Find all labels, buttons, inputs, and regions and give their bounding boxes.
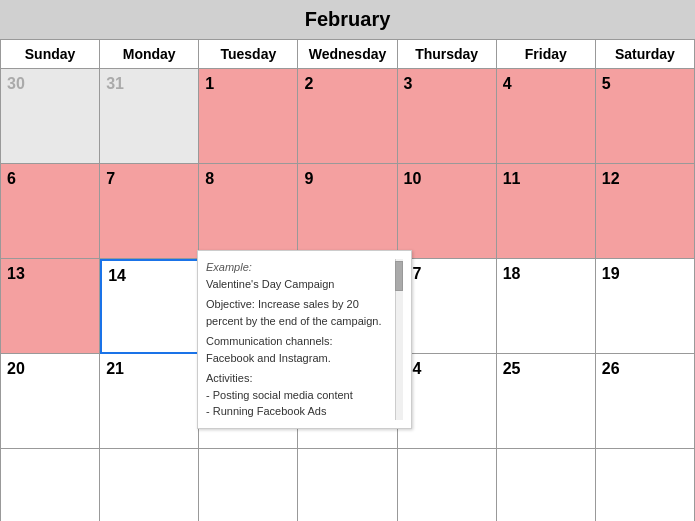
day-cell[interactable] (398, 449, 497, 521)
popup-channels-label: Communication channels: (206, 333, 393, 350)
day-cell[interactable]: 8 (199, 164, 298, 259)
day-number: 26 (602, 360, 620, 377)
day-cell[interactable]: 14 (100, 259, 199, 354)
day-number: 4 (503, 75, 512, 92)
day-cell[interactable] (596, 449, 695, 521)
day-number: 2 (304, 75, 313, 92)
day-cell[interactable]: 12 (596, 164, 695, 259)
day-number: 8 (205, 170, 214, 187)
day-cell[interactable]: 9 (298, 164, 397, 259)
day-number: 11 (503, 170, 521, 187)
popup-activities-label: Activities: (206, 370, 393, 387)
popup-scrollbar[interactable] (395, 259, 403, 420)
day-number: 13 (7, 265, 25, 282)
day-cell[interactable]: 5 (596, 69, 695, 164)
day-number: 7 (106, 170, 115, 187)
week-row-5 (0, 449, 695, 521)
popup-campaign-title: Valentine's Day Campaign (206, 276, 393, 293)
day-header-tuesday: Tuesday (199, 40, 298, 69)
day-number: 5 (602, 75, 611, 92)
calendar-header-row: SundayMondayTuesdayWednesdayThursdayFrid… (0, 39, 695, 69)
day-number: 9 (304, 170, 313, 187)
calendar-title: February (0, 0, 695, 39)
day-cell[interactable]: 3 (398, 69, 497, 164)
day-number: 1 (205, 75, 214, 92)
day-cell[interactable]: 7 (100, 164, 199, 259)
day-number: 6 (7, 170, 16, 187)
day-header-monday: Monday (100, 40, 199, 69)
day-number: 3 (404, 75, 413, 92)
popup-activity2: - Running Facebook Ads (206, 403, 393, 420)
day-header-friday: Friday (497, 40, 596, 69)
day-cell[interactable]: 13 (1, 259, 100, 354)
day-cell[interactable]: 17 (398, 259, 497, 354)
day-cell[interactable] (298, 449, 397, 521)
popup-objective: Objective: Increase sales by 20 percent … (206, 296, 393, 329)
day-cell[interactable]: 10 (398, 164, 497, 259)
popup-content: Example: Valentine's Day Campaign Object… (206, 259, 403, 420)
day-number: 25 (503, 360, 521, 377)
day-header-saturday: Saturday (596, 40, 695, 69)
day-cell[interactable]: 19 (596, 259, 695, 354)
day-cell[interactable]: 31 (100, 69, 199, 164)
day-number: 20 (7, 360, 25, 377)
popup-label: Example: (206, 259, 393, 276)
popup-activity1: - Posting social media content (206, 387, 393, 404)
day-header-wednesday: Wednesday (298, 40, 397, 69)
day-number: 14 (108, 267, 126, 284)
popup-channels: Facebook and Instagram. (206, 350, 393, 367)
week-row-1: 303112345 (0, 69, 695, 164)
day-cell[interactable] (1, 449, 100, 521)
day-cell[interactable]: 21 (100, 354, 199, 449)
day-number: 30 (7, 75, 25, 92)
popup-scrollbar-thumb[interactable] (395, 261, 403, 291)
day-header-thursday: Thursday (398, 40, 497, 69)
day-cell[interactable]: 6 (1, 164, 100, 259)
day-cell[interactable]: 11 (497, 164, 596, 259)
day-number: 12 (602, 170, 620, 187)
popup-text: Example: Valentine's Day Campaign Object… (206, 259, 403, 420)
event-popup[interactable]: Example: Valentine's Day Campaign Object… (197, 250, 412, 429)
day-cell[interactable]: 24 (398, 354, 497, 449)
day-cell[interactable]: 4 (497, 69, 596, 164)
day-cell[interactable]: 20 (1, 354, 100, 449)
day-cell[interactable]: 30 (1, 69, 100, 164)
day-number: 19 (602, 265, 620, 282)
week-row-2: 6789101112 (0, 164, 695, 259)
day-cell[interactable]: 26 (596, 354, 695, 449)
day-cell[interactable] (199, 449, 298, 521)
day-cell[interactable]: 18 (497, 259, 596, 354)
day-number: 31 (106, 75, 124, 92)
day-cell[interactable] (100, 449, 199, 521)
day-cell[interactable]: 25 (497, 354, 596, 449)
day-header-sunday: Sunday (1, 40, 100, 69)
day-number: 10 (404, 170, 422, 187)
day-cell[interactable] (497, 449, 596, 521)
day-cell[interactable]: 1 (199, 69, 298, 164)
day-number: 21 (106, 360, 124, 377)
day-number: 18 (503, 265, 521, 282)
day-cell[interactable]: 2 (298, 69, 397, 164)
